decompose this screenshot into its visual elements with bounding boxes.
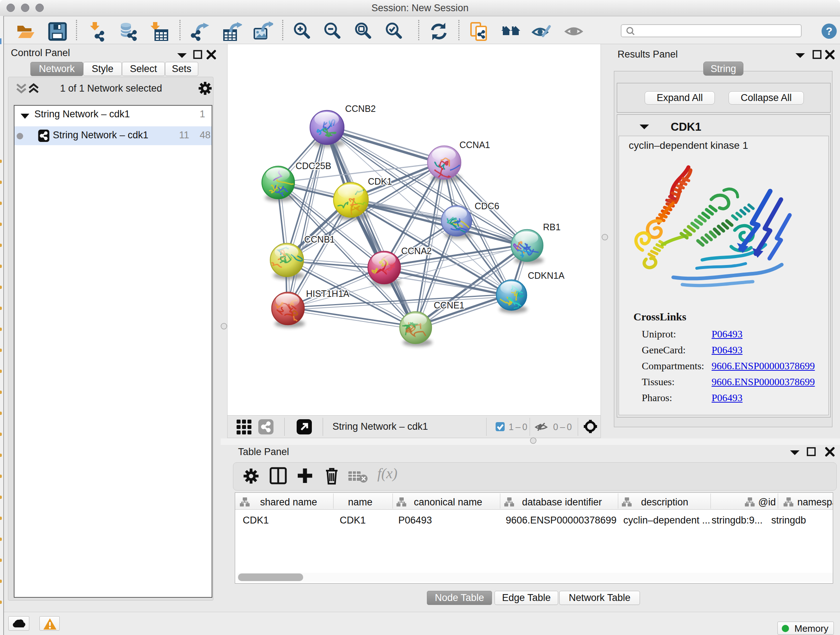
svg-text:RB1: RB1	[543, 222, 561, 232]
svg-text:CCNA1: CCNA1	[459, 140, 490, 150]
svg-text:CCNB1: CCNB1	[304, 234, 335, 244]
svg-text:CDC25B: CDC25B	[295, 161, 332, 171]
svg-text:CDKN1A: CDKN1A	[528, 271, 565, 280]
svg-text:CCNE1: CCNE1	[434, 300, 464, 310]
svg-text:HIST1H1A: HIST1H1A	[306, 288, 349, 299]
svg-text:CCNB2: CCNB2	[345, 103, 376, 114]
svg-text:CDC6: CDC6	[475, 201, 499, 211]
svg-text:?: ?	[826, 25, 832, 37]
svg-text:CDK1: CDK1	[368, 176, 392, 187]
svg-text:CCNA2: CCNA2	[401, 246, 432, 256]
